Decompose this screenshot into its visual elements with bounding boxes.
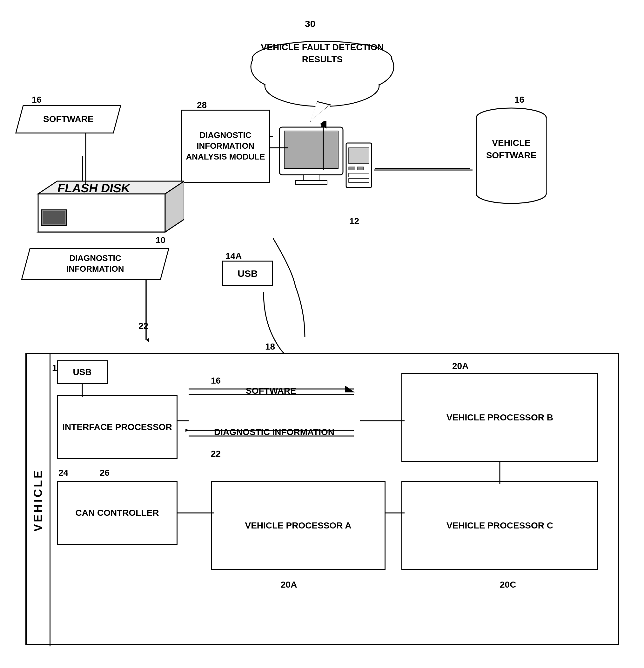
software-top-box: SOFTWARE: [15, 105, 121, 134]
label-10: 10: [156, 235, 166, 245]
label-26: 26: [100, 468, 110, 478]
usb-inner-box: USB: [57, 360, 108, 384]
vehicle-fault-text: VEHICLE FAULT DETECTION RESULTS: [261, 41, 384, 65]
label-vpb: 20A: [452, 361, 468, 371]
svg-rect-24: [349, 179, 369, 182]
diagnostic-analysis-box: DIAGNOSTIC INFORMATION ANALYSIS MODULE: [181, 110, 270, 183]
label-18: 18: [265, 341, 275, 352]
line-dam-to-comp: [269, 145, 288, 151]
line-sw-to-fd: [76, 134, 95, 191]
vehicle-processor-b-box: VEHICLE PROCESSOR B: [402, 373, 598, 462]
svg-rect-21: [349, 167, 355, 170]
flash-disk-svg: FLASH DISK: [26, 162, 184, 245]
label-16-vehicle-software: 16: [515, 95, 524, 105]
label-14a: 14A: [225, 251, 242, 261]
svg-rect-18: [295, 181, 327, 184]
arrow-comp-cloud: [320, 121, 327, 173]
svg-line-14: [311, 106, 330, 121]
label-vpa: 20A: [281, 580, 297, 590]
label-28: 28: [197, 100, 207, 110]
svg-rect-22: [357, 167, 364, 170]
svg-rect-20: [349, 148, 369, 164]
svg-marker-12: [311, 102, 330, 121]
line-vpa-to-vpc-inner: [386, 510, 405, 516]
label-30: 30: [305, 18, 315, 29]
software-inner-label: SOFTWARE: [246, 386, 296, 396]
line-diag-down: [143, 280, 149, 343]
svg-point-11: [266, 66, 378, 106]
line-vpb-to-vpc-inner: [497, 462, 503, 484]
label-22-inner: 22: [211, 449, 221, 459]
line-can-to-vpa-inner: [177, 510, 214, 516]
vehicle-processor-a-box: VEHICLE PROCESSOR A: [211, 481, 386, 570]
vehicle-label-container: VEHICLE: [27, 354, 50, 647]
label-12: 12: [349, 216, 359, 226]
diagnostic-info-top-label: DIAGNOSTICINFORMATION: [66, 253, 124, 275]
software-top-label: SOFTWARE: [43, 114, 94, 124]
svg-point-7: [265, 65, 379, 106]
label-vpc: 20C: [500, 580, 516, 590]
svg-rect-34: [43, 211, 65, 224]
label-24: 24: [59, 468, 68, 478]
svg-rect-16: [284, 131, 338, 168]
vehicle-vertical-label: VEHICLE: [31, 469, 45, 532]
line-ip-to-sw: [177, 418, 189, 424]
label-16-software: 16: [32, 95, 42, 105]
diagnostic-info-top-box: DIAGNOSTICINFORMATION: [21, 248, 170, 280]
svg-rect-23: [349, 173, 369, 177]
vehicle-software-label: VEHICLE SOFTWARE: [470, 137, 552, 162]
vehicle-outer-box: VEHICLE 14B USB INTERFACE PROCESSOR 24 2…: [26, 353, 619, 645]
can-controller-box: CAN CONTROLLER: [57, 481, 177, 545]
diagnostic-info-inner-label: DIAGNOSTIC INFORMATION: [214, 427, 334, 437]
svg-line-13: [311, 102, 317, 121]
vehicle-processor-c-box: VEHICLE PROCESSOR C: [402, 481, 598, 570]
line-usb-to-ip: [79, 384, 85, 397]
line-vpb-to-sw: [360, 418, 405, 424]
line-comp-to-vs: [374, 167, 472, 173]
diagram-container: 30 VEHICLE FAULT DETECTION RESULTS 16 SO…: [0, 0, 644, 668]
interface-processor-box: INTERFACE PROCESSOR: [57, 395, 177, 459]
